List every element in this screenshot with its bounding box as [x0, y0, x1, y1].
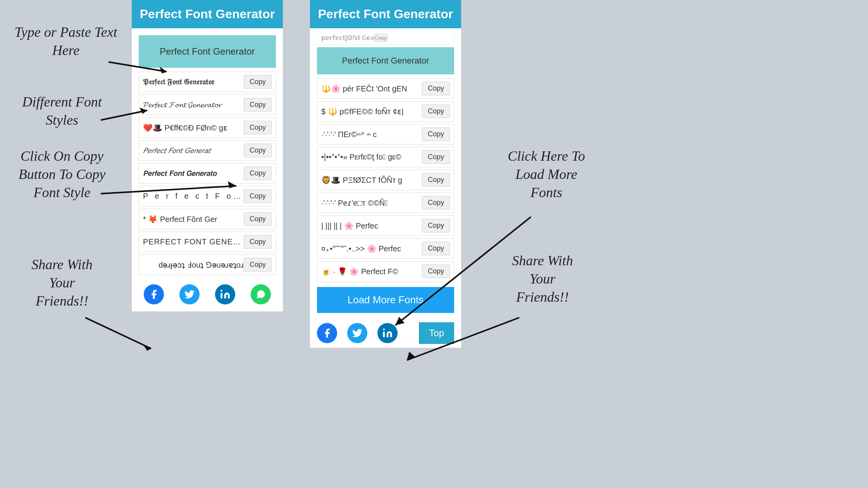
right-social-row [317, 323, 398, 343]
annotation-different-fonts: Different FontStyles [4, 93, 120, 129]
copy-button[interactable]: Copy [244, 98, 272, 112]
font-text: $ 🔱 p©fFE©© foÑт ¢ɛ| [321, 107, 422, 116]
font-row-2: 𝓟𝓮𝓻𝓯𝓮𝓬𝓽 𝓕𝓸𝓷𝓽 𝓖𝓮𝓷𝓮𝓻𝓪𝓽𝓸𝓻 Copy [139, 95, 276, 115]
svg-point-1 [383, 328, 385, 330]
facebook-icon-right[interactable] [317, 323, 337, 343]
copy-button[interactable]: Copy [422, 150, 450, 164]
font-row-r4: •|••°•°•» Pεrfε©ţ fo᷊ gε© Copy [317, 147, 454, 167]
font-text: ❤️🎩 P€ff€©Ð FØn© gɛ [143, 123, 244, 132]
load-more-button[interactable]: Load More Fonts [317, 287, 454, 313]
font-row-r1: 🔱🌸 pér FEČt 'Ont gEN Copy [317, 78, 454, 99]
copy-button[interactable]: Copy [244, 144, 272, 157]
font-text: | ||| || | 🌸 Perfec [321, 221, 422, 230]
font-row-7: * 🦊 Perfect Fônt Ger Copy [139, 209, 276, 229]
font-text: •|••°•°•» Pεrfε©ţ fo᷊ gε© [321, 153, 422, 162]
top-button[interactable]: Top [419, 322, 454, 344]
font-row-partial: 𝕡𝕖𝕣𝕗𝕖𝕔𝕥𝕁𝕆ℕ𝕥 𝔾𝕖𝔫 Copy [317, 31, 454, 45]
annotation-share-left: Share WithYourFriends!! [8, 256, 116, 310]
annotation-click-load: Click Here ToLoad MoreFonts [480, 147, 612, 201]
copy-button[interactable]: Copy [244, 167, 272, 180]
facebook-icon[interactable] [144, 284, 164, 304]
copy-button[interactable]: Copy [422, 173, 450, 187]
font-text: ∙'∙'∙'∙' Pеɾ'е□т ©©Ñ᷊ [321, 198, 422, 208]
copy-button[interactable]: Copy [422, 242, 450, 255]
font-text: P e r f e c t F o n t [143, 192, 244, 201]
twitter-icon[interactable] [179, 284, 200, 304]
font-row-r2: $ 🔱 p©fFE©© foÑт ¢ɛ| Copy [317, 101, 454, 122]
right-panel-header: Perfect Font Generator [310, 0, 461, 28]
font-row-3: ❤️🎩 P€ff€©Ð FØn© gɛ Copy [139, 117, 276, 138]
font-row-1: 𝔓𝔢𝔯𝔣𝔢𝔠𝔱 𝔉𝔬𝔫𝔱 𝔊𝔢𝔫𝔢𝔯𝔞𝔱𝔬𝔯 Copy [139, 72, 276, 92]
left-panel: Perfect Font Generator 𝔓𝔢𝔯𝔣𝔢𝔠𝔱 𝔉𝔬𝔫𝔱 𝔊𝔢𝔫𝔢… [132, 0, 283, 311]
font-row-r8: ¤₊•°˜˜°˜.•..>> 🌸 Perfec Copy [317, 238, 454, 259]
copy-button[interactable]: Copy [244, 121, 272, 134]
annotation-click-copy: Click On CopyButton To CopyFont Style [4, 147, 120, 201]
twitter-icon-right[interactable] [347, 323, 367, 343]
copy-button[interactable]: Copy [422, 219, 450, 232]
whatsapp-icon[interactable] [251, 284, 271, 304]
copy-button[interactable]: Copy [422, 265, 450, 278]
svg-point-0 [220, 290, 222, 292]
copy-button[interactable]: Copy [422, 105, 450, 118]
copy-button[interactable]: Copy [244, 235, 272, 249]
font-row-r9: 🍺 · 🌹 🌸 Perfect F© Copy [317, 261, 454, 282]
right-panel: Perfect Font Generator 𝕡𝕖𝕣𝕗𝕖𝕔𝕥𝕁𝕆ℕ𝕥 𝔾𝕖𝔫 C… [310, 0, 461, 348]
left-panel-header: Perfect Font Generator [132, 0, 283, 28]
font-text: 𝔓𝔢𝔯𝔣𝔢𝔠𝔱 𝔉𝔬𝔫𝔱 𝔊𝔢𝔫𝔢𝔯𝔞𝔱𝔬𝔯 [143, 77, 244, 86]
font-text: PERFECT FONT GENERATOR [143, 237, 244, 246]
copy-button[interactable]: Copy [374, 34, 387, 41]
font-row-r7: | ||| || | 🌸 Perfec Copy [317, 215, 454, 236]
copy-button[interactable]: Copy [422, 127, 450, 141]
right-input-display: Perfect Font Generator [317, 47, 454, 74]
svg-marker-13 [407, 352, 415, 360]
font-row-r5: 🦁🎩 PΞfØΣCТ fÕÑт g Copy [317, 170, 454, 190]
copy-button[interactable]: Copy [244, 212, 272, 226]
svg-line-8 [85, 318, 151, 349]
text-input[interactable] [139, 35, 276, 68]
font-text: ∙'∙'∙'∙' ΠΕr©𝄐ᵃ 𝄐 c [321, 130, 422, 139]
annotation-share-right: Share WithYourFriends!! [480, 252, 604, 306]
font-text: 𝕡𝕖𝕣𝕗𝕖𝕔𝕥𝕁𝕆ℕ𝕥 𝔾𝕖𝔫 [321, 34, 374, 41]
font-text: 𝘗𝘦𝘳𝘧𝘦𝘤𝘵 𝘍𝘰𝘯𝘵 𝘎𝘦𝘯𝘦𝘳𝘢𝘵 [143, 146, 244, 155]
annotation-type-paste: Type or Paste TextHere [12, 23, 120, 60]
font-text: 🍺 · 🌹 🌸 Perfect F© [321, 267, 422, 276]
svg-marker-9 [143, 344, 151, 351]
font-text: 🔱🌸 pér FEČt 'Ont gEN [321, 84, 422, 93]
copy-button[interactable]: Copy [244, 75, 272, 89]
copy-button[interactable]: Copy [422, 196, 450, 210]
font-row-8: PERFECT FONT GENERATOR Copy [139, 232, 276, 252]
font-text: ɹoʇɐɹǝuǝ⅁ ʇuoℲ ʇɔǝɟɹǝd [143, 260, 244, 270]
font-row-5: 𝙋𝙚𝙧𝙛𝙚𝙘𝙩 𝙁𝙤𝙣𝙩 𝙂𝙚𝙣𝙚𝙧𝙖𝙩𝙤 Copy [139, 163, 276, 184]
font-row-4: 𝘗𝘦𝘳𝘧𝘦𝘤𝘵 𝘍𝘰𝘯𝘵 𝘎𝘦𝘯𝘦𝘳𝘢𝘵 Copy [139, 140, 276, 161]
copy-button[interactable]: Copy [244, 258, 272, 271]
bottom-row: Top [310, 318, 461, 348]
copy-button[interactable]: Copy [244, 189, 272, 203]
copy-button[interactable]: Copy [422, 82, 450, 95]
linkedin-icon-right[interactable] [377, 323, 398, 343]
font-row-9: ɹoʇɐɹǝuǝ⅁ ʇuoℲ ʇɔǝɟɹǝd Copy [139, 254, 276, 275]
font-row-6: P e r f e c t F o n t Copy [139, 186, 276, 206]
font-row-r6: ∙'∙'∙'∙' Pеɾ'е□т ©©Ñ᷊ Copy [317, 192, 454, 213]
font-text: * 🦊 Perfect Fônt Ger [143, 215, 244, 224]
font-text: 🦁🎩 PΞfØΣCТ fÕÑт g [321, 175, 422, 185]
social-row [132, 277, 283, 311]
linkedin-icon[interactable] [215, 284, 235, 304]
font-text: 𝙋𝙚𝙧𝙛𝙚𝙘𝙩 𝙁𝙤𝙣𝙩 𝙂𝙚𝙣𝙚𝙧𝙖𝙩𝙤 [143, 169, 244, 178]
font-text: 𝓟𝓮𝓻𝓯𝓮𝓬𝓽 𝓕𝓸𝓷𝓽 𝓖𝓮𝓷𝓮𝓻𝓪𝓽𝓸𝓻 [143, 100, 244, 109]
font-row-r3: ∙'∙'∙'∙' ΠΕr©𝄐ᵃ 𝄐 c Copy [317, 124, 454, 144]
font-text: ¤₊•°˜˜°˜.•..>> 🌸 Perfec [321, 244, 422, 253]
